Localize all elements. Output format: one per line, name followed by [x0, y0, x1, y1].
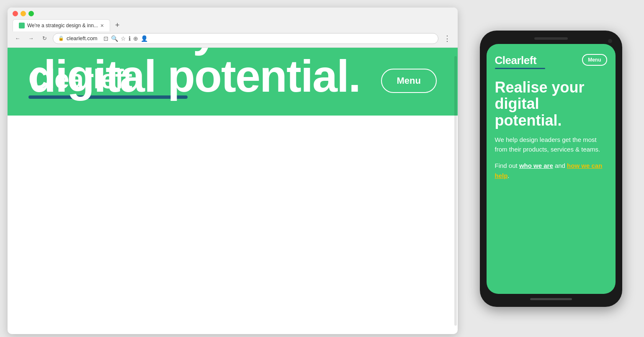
- cta-middle: and: [553, 162, 567, 169]
- browser-address-bar: ← → ↻ 🔒 clearleft.com ⊡ 🔍 ☆ ℹ ⊕ 👤 ⋮: [8, 31, 458, 47]
- phone-mockup: Clearleft Menu Realise your digital pote…: [480, 31, 622, 307]
- cta-suffix: .: [507, 172, 509, 179]
- cta-prefix: Find out: [495, 162, 519, 169]
- minimize-window-button[interactable]: [21, 11, 26, 16]
- browser-chrome: We're a strategic design & inn... × + ← …: [8, 8, 458, 48]
- phone-top-bar: [487, 37, 616, 40]
- browser-tab-active[interactable]: We're a strategic design & inn... ×: [13, 19, 110, 31]
- profile-icon[interactable]: 👤: [141, 35, 148, 42]
- new-tab-button[interactable]: +: [111, 19, 124, 31]
- phone-menu-button[interactable]: Menu: [582, 54, 607, 66]
- lock-icon: 🔒: [58, 36, 64, 41]
- hero-text: Realise your digital potential.: [28, 48, 437, 99]
- address-bar-icons: ⊡ 🔍 ☆ ℹ ⊕ 👤: [103, 35, 148, 42]
- phone-site-header: Clearleft Menu: [495, 54, 607, 69]
- phone-home-bar[interactable]: [530, 298, 572, 300]
- phone-logo-text: Clearleft: [495, 54, 545, 67]
- forward-button[interactable]: →: [26, 33, 36, 44]
- tab-favicon: [19, 23, 25, 28]
- phone-screen: Clearleft Menu Realise your digital pote…: [487, 44, 616, 294]
- browser-window: We're a strategic design & inn... × + ← …: [8, 8, 458, 334]
- hero-line2: digital potential.: [28, 51, 360, 101]
- traffic-lights: [13, 11, 34, 16]
- close-window-button[interactable]: [13, 11, 18, 16]
- phone-logo-underline: [495, 68, 545, 69]
- phone-bottom-bar: [487, 298, 616, 300]
- address-bar[interactable]: 🔒 clearleft.com ⊡ 🔍 ☆ ℹ ⊕ 👤: [53, 33, 438, 44]
- hero-heading: Realise your digital potential.: [28, 48, 437, 99]
- extensions-icon[interactable]: ⊕: [133, 35, 138, 42]
- phone-camera: [608, 39, 612, 43]
- phone-speaker: [534, 37, 568, 40]
- browser-titlebar: [8, 8, 458, 19]
- tab-close-button[interactable]: ×: [100, 22, 104, 29]
- phone-cta-text: Find out who we are and how we can help.: [495, 161, 607, 181]
- tab-bar: We're a strategic design & inn... × +: [8, 19, 458, 31]
- maximize-window-button[interactable]: [28, 11, 34, 16]
- url-text: clearleft.com: [67, 35, 98, 41]
- star-icon[interactable]: ☆: [121, 35, 126, 42]
- scrollbar[interactable]: [454, 56, 457, 326]
- tab-title: We're a strategic design & inn...: [27, 23, 98, 28]
- zoom-icon[interactable]: 🔍: [111, 35, 118, 42]
- phone-hero-heading: Realise your digital potential.: [495, 79, 607, 129]
- refresh-button[interactable]: ↻: [39, 33, 49, 44]
- phone-container: Clearleft Menu Realise your digital pote…: [458, 22, 644, 315]
- cast-icon[interactable]: ⊡: [103, 35, 108, 42]
- who-we-are-link[interactable]: who we are: [519, 162, 553, 169]
- browser-page-wrapper: Clearleft Menu Realise your digital pote…: [8, 48, 458, 334]
- back-button[interactable]: ←: [13, 33, 23, 44]
- phone-logo: Clearleft: [495, 54, 545, 69]
- website-content: Clearleft Menu Realise your digital pote…: [8, 48, 458, 116]
- info-icon[interactable]: ℹ: [129, 35, 131, 42]
- phone-body-text: We help design leaders get the most from…: [495, 135, 607, 154]
- browser-more-button[interactable]: ⋮: [442, 34, 453, 43]
